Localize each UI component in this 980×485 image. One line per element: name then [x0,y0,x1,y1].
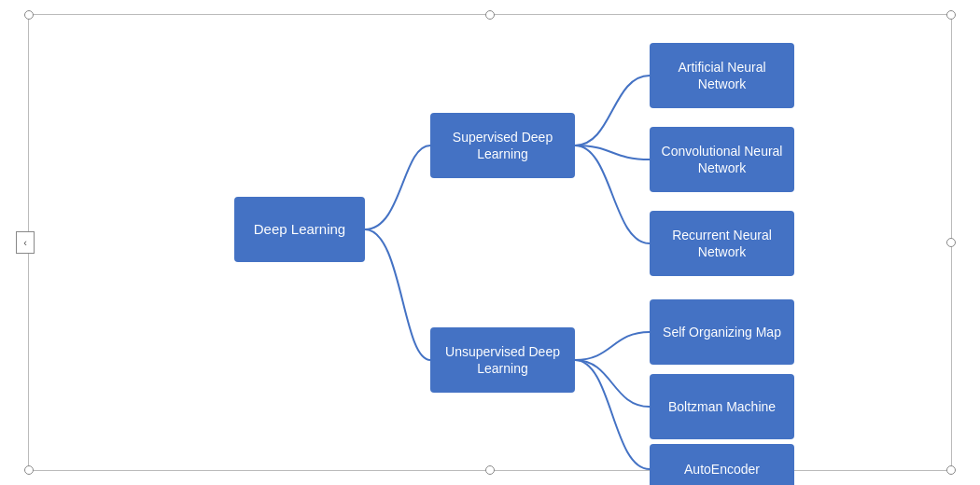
handle-bot-center[interactable] [485,465,495,475]
line-unsup-boltz [575,360,650,407]
node-autoencoder[interactable]: AutoEncoder [650,444,794,485]
line-sup-ann [575,76,650,146]
line-root-supervised [365,146,430,229]
handle-mid-right[interactable] [946,238,956,247]
node-som[interactable]: Self Organizing Map [650,299,794,365]
handle-bot-left[interactable] [24,465,34,475]
handle-top-right[interactable] [946,10,956,20]
line-sup-rnn [575,146,650,243]
line-sup-cnn [575,146,650,159]
handle-bot-right[interactable] [946,465,956,475]
node-supervised[interactable]: Supervised Deep Learning [430,113,575,178]
node-cnn[interactable]: Convolutional Neural Network [650,127,794,192]
connector-lines [85,24,934,463]
line-unsup-ae [575,360,650,469]
node-root[interactable]: Deep Learning [234,197,365,262]
node-ann[interactable]: Artificial Neural Network [650,43,794,108]
line-unsup-som [575,332,650,360]
line-root-unsupervised [365,229,430,360]
node-unsupervised[interactable]: Unsupervised Deep Learning [430,327,575,393]
outer-container: ‹ [0,0,980,485]
collapse-button[interactable]: ‹ [16,231,35,254]
node-rnn[interactable]: Recurrent Neural Network [650,211,794,276]
node-boltzman[interactable]: Boltzman Machine [650,374,794,439]
diagram: Deep Learning Supervised Deep Learning U… [85,24,934,463]
slide: ‹ [28,14,952,471]
handle-top-left[interactable] [24,10,34,20]
handle-top-center[interactable] [485,10,495,20]
